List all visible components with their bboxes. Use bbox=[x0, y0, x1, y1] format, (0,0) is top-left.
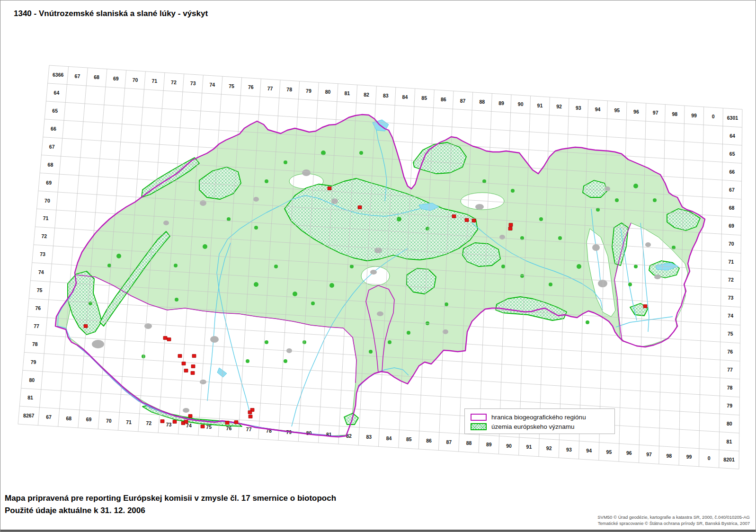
grid-label: 65 bbox=[729, 151, 735, 157]
grid-label: 96 bbox=[633, 109, 639, 115]
urban-area bbox=[210, 336, 219, 343]
bioregion-border-swatch bbox=[471, 414, 487, 421]
grid-label: 97 bbox=[653, 110, 658, 115]
urban-area bbox=[377, 311, 383, 316]
grid-label: 75 bbox=[37, 287, 43, 293]
grid-label: 92 bbox=[546, 445, 552, 451]
grid-label: 87 bbox=[446, 439, 452, 445]
occurrence-marker bbox=[163, 337, 167, 340]
occurrence-marker bbox=[173, 420, 177, 424]
occurrence-marker bbox=[184, 420, 188, 424]
urban-area bbox=[370, 270, 377, 275]
grid-label: 69 bbox=[729, 223, 734, 229]
grid-label: 70 bbox=[44, 198, 50, 204]
grid-label: 72 bbox=[728, 277, 734, 283]
grid-label: 73 bbox=[40, 251, 45, 257]
grid-label: 80 bbox=[727, 421, 732, 426]
forest-patch bbox=[586, 320, 589, 324]
forest-patch bbox=[203, 244, 207, 249]
occurrence-marker bbox=[191, 365, 195, 368]
urban-area bbox=[183, 408, 189, 413]
grid-label: 83 bbox=[366, 434, 372, 440]
grid-line bbox=[48, 83, 742, 127]
grid-label: 79 bbox=[31, 359, 36, 365]
grid-label: 64 bbox=[729, 133, 735, 139]
grid-label: 82 bbox=[364, 92, 369, 98]
forest-patch bbox=[511, 189, 515, 193]
grid-label: 64 bbox=[54, 90, 60, 96]
grid-label: 89 bbox=[498, 100, 504, 106]
grid-label: 78 bbox=[727, 385, 733, 390]
grid-label: 71 bbox=[151, 78, 157, 84]
forest-patch bbox=[89, 301, 92, 305]
grid-label: 76 bbox=[248, 84, 254, 90]
occurrence-marker bbox=[188, 415, 192, 418]
grid-label: 88 bbox=[479, 99, 485, 105]
occurrence-marker bbox=[160, 420, 164, 423]
urban-area bbox=[645, 242, 651, 247]
forest-patch bbox=[539, 217, 543, 221]
grid-label: 75 bbox=[206, 424, 212, 430]
grid-label: 80 bbox=[29, 377, 35, 383]
urban-area bbox=[253, 197, 259, 202]
grid-label: 66 bbox=[51, 126, 56, 132]
occurrence-marker bbox=[167, 338, 171, 341]
grid-label: 77 bbox=[246, 426, 252, 432]
grid-label: 90 bbox=[506, 443, 512, 449]
grid-label: 76 bbox=[226, 426, 232, 431]
grid-label: 86 bbox=[441, 97, 446, 102]
forest-patch bbox=[653, 198, 657, 202]
credits-source: SVM50 © Úrad geodézie, kartografie a kat… bbox=[597, 514, 750, 521]
natura-area bbox=[413, 142, 466, 174]
grid-label: 69 bbox=[46, 180, 52, 186]
grid-label: 71 bbox=[728, 259, 734, 265]
occurrence-marker bbox=[182, 362, 186, 365]
grid-line bbox=[19, 406, 739, 451]
occurrence-marker bbox=[248, 411, 252, 414]
grid-label: 93 bbox=[576, 105, 581, 111]
grid-label: 94 bbox=[595, 106, 601, 112]
grid-label: 94 bbox=[586, 448, 592, 453]
grid-label: 65 bbox=[52, 108, 58, 114]
occurrence-marker bbox=[178, 355, 182, 358]
grid-label: 70 bbox=[133, 77, 138, 83]
forest-patch bbox=[174, 264, 178, 267]
occurrence-marker bbox=[249, 415, 252, 418]
urban-area bbox=[654, 275, 661, 279]
grid-label: 90 bbox=[518, 101, 524, 107]
footer-note-line2: Použité údaje aktuálne k 31. 12. 2006 bbox=[5, 506, 145, 515]
grid-label: 72 bbox=[146, 420, 152, 426]
forest-patch bbox=[501, 265, 505, 268]
legend-label: územia európskeho významu bbox=[491, 423, 575, 430]
occurrence-marker bbox=[508, 227, 512, 231]
grid-label: 91 bbox=[526, 444, 532, 450]
grid-label: 72 bbox=[42, 233, 47, 239]
forest-patch bbox=[445, 302, 448, 306]
forest-patch bbox=[615, 198, 619, 202]
footer-note-line1: Mapa pripravená pre reporting Európskej … bbox=[5, 494, 336, 503]
grid-label: 77 bbox=[267, 86, 273, 91]
grid-label: 8201 bbox=[723, 457, 735, 462]
grid-label: 70 bbox=[729, 241, 734, 247]
occurrence-marker bbox=[192, 355, 196, 358]
map-sheet: 1340 - Vnútrozemské slaniská a slané lúk… bbox=[0, 0, 756, 532]
occurrence-marker bbox=[184, 369, 188, 372]
grid-label: 75 bbox=[229, 83, 234, 89]
grid-label: 96 bbox=[626, 450, 632, 456]
grid-label: 73 bbox=[728, 295, 734, 301]
grid-label: 68 bbox=[48, 162, 53, 168]
grid-label: 95 bbox=[614, 107, 620, 113]
grid-label: 8267 bbox=[23, 413, 35, 418]
grid-label: 72 bbox=[171, 80, 177, 85]
grid-label: 70 bbox=[106, 418, 112, 424]
grid-line bbox=[21, 388, 739, 433]
urban-area bbox=[163, 221, 169, 225]
grid-label: 74 bbox=[38, 269, 44, 275]
grid-label: 6366 bbox=[53, 72, 64, 78]
forest-patch bbox=[350, 265, 354, 268]
sci-area-swatch bbox=[471, 423, 487, 430]
forest-patch bbox=[293, 292, 297, 296]
urban-area bbox=[499, 235, 505, 239]
occurrence-marker bbox=[643, 305, 647, 308]
forest-patch bbox=[388, 340, 391, 344]
